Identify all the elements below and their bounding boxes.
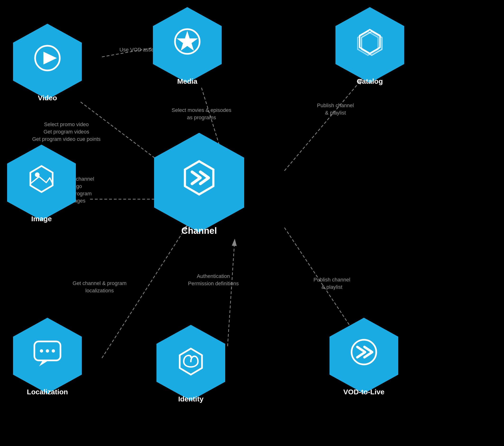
identity-label: Identity <box>157 395 225 403</box>
hex-channel: Channel <box>154 133 244 232</box>
hex-identity: Identity <box>157 325 225 401</box>
label-video-to-channel: Select promo videoGet program videosGet … <box>30 121 103 143</box>
label-channel-to-vod: Publish channel& playlist <box>302 276 361 291</box>
svg-point-30 <box>52 349 55 353</box>
svg-marker-22 <box>7 145 76 221</box>
hex-channel-bg <box>154 133 244 232</box>
hex-localization-bg <box>13 318 82 394</box>
channel-label: Channel <box>154 226 244 236</box>
svg-point-33 <box>190 356 192 358</box>
video-label: Video <box>13 94 82 102</box>
diagram-container: Use VOD assets Select promo videoGet pro… <box>0 0 504 446</box>
label-identity-to-channel: AuthenticationPermission definitions <box>180 273 247 287</box>
media-label: Media <box>153 77 222 85</box>
hex-image-bg <box>7 145 76 221</box>
svg-point-28 <box>40 349 43 353</box>
hex-video-bg <box>13 24 82 100</box>
svg-marker-25 <box>13 318 82 394</box>
hex-media-bg <box>153 7 222 83</box>
hex-vod-to-live: VOD-to-Live <box>329 318 398 394</box>
vod-to-live-label: VOD-to-Live <box>329 388 398 396</box>
hex-identity-bg <box>157 325 225 401</box>
svg-point-29 <box>46 349 49 353</box>
hex-image: Image <box>7 145 76 221</box>
hex-vod-bg <box>329 318 398 394</box>
label-localization-to-channel: Get channel & programlocalizations <box>64 280 135 295</box>
catalog-label: Catalog <box>335 77 404 85</box>
hex-localization: Localization <box>13 318 82 394</box>
svg-marker-20 <box>154 133 244 232</box>
hex-media: Media <box>153 7 222 83</box>
svg-marker-31 <box>157 325 225 401</box>
hex-video: Video <box>13 24 82 100</box>
hex-catalog-bg <box>335 7 404 83</box>
svg-marker-34 <box>329 318 398 394</box>
localization-label: Localization <box>13 388 82 396</box>
image-label: Image <box>7 215 76 223</box>
svg-line-2 <box>102 46 161 57</box>
svg-marker-16 <box>335 7 404 83</box>
svg-line-8 <box>228 240 235 346</box>
hex-catalog: Catalog <box>335 7 404 83</box>
svg-line-6 <box>285 78 363 171</box>
label-media-to-channel: Select movies & episodesas programs <box>168 107 235 121</box>
label-channel-to-catalog: Publish channel& playlist <box>306 102 365 117</box>
